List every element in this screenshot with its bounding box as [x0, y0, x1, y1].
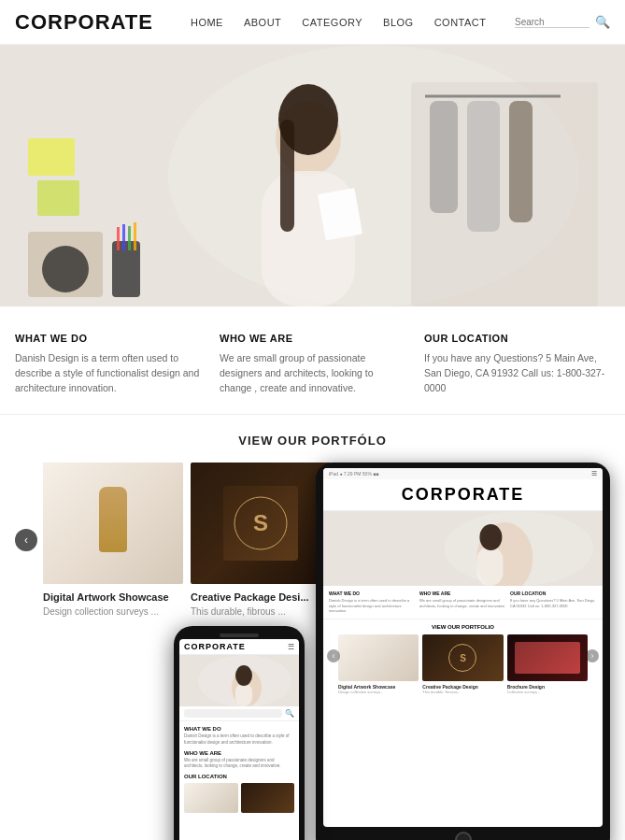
tablet-item-1: Digital Artwork Showcase Design collecti…	[338, 634, 419, 694]
svg-rect-17	[280, 120, 294, 232]
tablet-thumb-2: S	[422, 634, 503, 681]
tablet-portfolio-items: ‹ › Digital Artwork Showcase Design coll…	[323, 634, 603, 694]
mobile-logo: CORPORATE	[184, 642, 246, 651]
svg-rect-12	[128, 226, 131, 250]
mobile-thumb-1	[184, 783, 238, 813]
main-nav: HOME ABOUT CATEGORY BLOG CONTACT	[191, 17, 515, 28]
svg-rect-11	[122, 224, 125, 250]
tablet-info-col2-text: We are small group of passionate designe…	[419, 598, 506, 608]
portfolio-item-1[interactable]: Digital Artwork Showcase Design collecti…	[43, 463, 183, 617]
info-col-2-title: WHO WE ARE	[220, 333, 405, 344]
info-col-1-text: Danish Design is a term often used to de…	[15, 351, 201, 395]
tablet-info-col1-text: Danish Design is a term often used to de…	[329, 598, 416, 614]
info-col-3-text: If you have any Questions? 5 Main Ave, S…	[424, 351, 610, 395]
portfolio-arrow-left[interactable]: ‹	[15, 529, 37, 551]
portfolio-section: VIEW OUR PORTFÓLO ‹ Digital Artwork Show…	[0, 415, 625, 840]
tablet-info-col3-title: OUR LOCATION	[510, 591, 597, 596]
svg-rect-18	[318, 188, 362, 240]
tablet-info: WHAT WE DO Danish Design is a term often…	[323, 586, 603, 619]
mobile-section1-text: Danish Design is a term often used to de…	[184, 733, 294, 746]
tablet-header: CORPORATE	[323, 479, 603, 511]
portfolio-title: VIEW OUR PORTFÓLO	[15, 434, 610, 448]
svg-rect-3	[430, 101, 458, 213]
tablet-arrow-left[interactable]: ‹	[327, 649, 340, 662]
tablet-item-3: Brochure Design Collection surveys...	[507, 634, 588, 694]
search-icon[interactable]: 🔍	[595, 15, 610, 29]
portfolio-item-2-title: Creative Package Desi...	[191, 591, 331, 603]
mobile-section2-text: We are small group of passionate designe…	[184, 758, 294, 770]
svg-point-8	[42, 246, 89, 292]
tablet-info-col2: WHO WE ARE We are small group of passion…	[419, 591, 506, 614]
tablet-status-bar: iPad ● 7:29 PM 50% ■■ ☰	[323, 468, 603, 479]
nav-contact[interactable]: CONTACT	[434, 17, 487, 28]
mobile-content: WHAT WE DO Danish Design is a term often…	[179, 721, 299, 818]
tablet-item-3-desc: Collection surveys...	[507, 690, 588, 694]
tablet-items-row: Digital Artwork Showcase Design collecti…	[338, 634, 588, 694]
nav-blog[interactable]: BLOG	[383, 17, 414, 28]
mobile-section3-title: OUR LOCATION	[184, 774, 294, 779]
mobile-mockup: CORPORATE ☰ 🔍	[174, 626, 305, 840]
info-col-1-title: WHAT WE DO	[15, 333, 201, 344]
mobile-hero	[179, 655, 299, 706]
hero-image	[0, 45, 625, 306]
tablet-logo: CORPORATE	[402, 485, 525, 504]
svg-rect-10	[117, 227, 120, 250]
tablet-mockup: iPad ● 7:29 PM 50% ■■ ☰ CORPORATE	[316, 463, 610, 840]
svg-point-25	[479, 524, 502, 550]
svg-rect-4	[467, 101, 500, 232]
portfolio-item-2-desc: This durable, fibrous ...	[191, 606, 331, 617]
info-section: WHAT WE DO Danish Design is a term often…	[0, 306, 625, 415]
svg-rect-5	[509, 101, 533, 222]
nav-category[interactable]: CATEGORY	[302, 17, 362, 28]
info-col-3: OUR LOCATION If you have any Questions? …	[424, 333, 610, 395]
svg-rect-20	[37, 180, 79, 216]
tablet-home-button[interactable]	[455, 832, 472, 840]
mobile-section2-title: WHO WE ARE	[184, 750, 294, 756]
tablet-info-col1: WHAT WE DO Danish Design is a term often…	[329, 591, 416, 614]
info-col-1: WHAT WE DO Danish Design is a term often…	[15, 333, 201, 395]
tablet-arrow-right[interactable]: ›	[586, 649, 599, 662]
tablet-info-col3-text: If you have any Questions? 5 Main Ave, S…	[510, 598, 597, 608]
tablet-info-col2-title: WHO WE ARE	[419, 591, 506, 596]
tablet-screen: iPad ● 7:29 PM 50% ■■ ☰ CORPORATE	[323, 468, 603, 827]
nav-home[interactable]: HOME	[191, 17, 223, 28]
header: CORPORATE HOME ABOUT CATEGORY BLOG CONTA…	[0, 0, 625, 45]
portfolio-thumb-2	[191, 463, 331, 584]
search-area: 🔍	[515, 15, 610, 29]
mobile-screen: CORPORATE ☰ 🔍	[179, 639, 299, 840]
svg-rect-19	[28, 138, 75, 176]
tablet-info-col3: OUR LOCATION If you have any Questions? …	[510, 591, 597, 614]
svg-rect-29	[235, 683, 252, 706]
devices-container: ‹ Digital Artwork Showcase Design collec…	[15, 463, 610, 840]
portfolio-item-1-desc: Design collection surveys ...	[43, 606, 183, 617]
svg-rect-24	[476, 547, 503, 586]
svg-rect-13	[134, 222, 136, 250]
portfolio-item-1-title: Digital Artwork Showcase	[43, 591, 183, 603]
tablet-thumb-3	[507, 634, 588, 681]
mobile-speaker	[220, 634, 259, 637]
info-col-3-title: OUR LOCATION	[424, 333, 610, 344]
nav-about[interactable]: ABOUT	[244, 17, 281, 28]
mobile-search-bar: 🔍	[179, 706, 299, 721]
tablet-item-2: S Creative Package Design This durable. …	[422, 634, 503, 694]
mobile-thumb-2	[241, 783, 295, 813]
info-col-2: WHO WE ARE We are small group of passion…	[220, 333, 405, 395]
info-col-2-text: We are small group of passionate designe…	[220, 351, 405, 395]
mobile-section1-title: WHAT WE DO	[184, 726, 294, 732]
mobile-header: CORPORATE ☰	[179, 639, 299, 655]
tablet-item-2-desc: This durable. Nessus...	[422, 690, 503, 694]
tablet-item-1-desc: Design collection surveys...	[338, 690, 419, 694]
svg-point-30	[235, 665, 252, 686]
portfolio-thumb-1	[43, 463, 183, 584]
tablet-status: iPad ● 7:29 PM 50% ■■	[329, 471, 378, 477]
logo: CORPORATE	[15, 10, 153, 35]
tablet-hero	[323, 511, 603, 586]
tablet-info-col1-title: WHAT WE DO	[329, 591, 416, 596]
portfolio-item-2[interactable]: Creative Package Desi... This durable, f…	[191, 463, 331, 617]
mobile-thumbs	[184, 783, 294, 813]
search-input[interactable]	[515, 17, 589, 28]
tablet-thumb-1	[338, 634, 419, 681]
portfolio-slider: ‹ Digital Artwork Showcase Design collec…	[15, 463, 314, 617]
tablet-portfolio-title: VIEW OUR PORTFOLIO	[323, 619, 603, 634]
